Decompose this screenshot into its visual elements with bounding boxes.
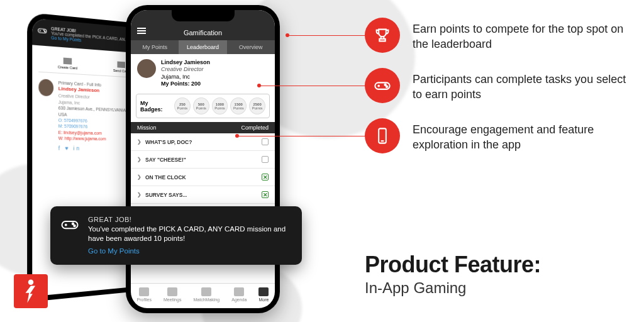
svg-point-10 [28,280,34,286]
svg-rect-0 [38,28,47,33]
badge: 250Points [174,97,191,114]
phone-mockup-front: Gamification My Points Leaderboard Overv… [126,5,280,313]
feature-bullets: Earn points to compete for the top spot … [365,18,635,169]
chevron-right-icon: ❯ [137,139,142,145]
phone-notch [172,10,235,21]
nav-meetings[interactable]: Meetings [164,287,181,302]
svg-point-3 [43,30,44,31]
brand-logo [14,274,48,308]
badge: 1000Points [212,97,228,114]
badge: 500Points [193,97,209,114]
nav-agenda[interactable]: Agenda [231,287,247,302]
headline-subtitle: In-App Gaming [365,279,541,297]
badge: 2500Points [249,97,265,114]
completed-col: Completed [241,125,269,131]
nav-profiles[interactable]: Profiles [137,287,152,302]
user-name: Lindsey Jamieson [161,59,210,66]
tab-create-card[interactable]: Create Card [58,57,77,70]
controller-icon [37,25,47,37]
bullet-text: Earn points to compete for the top spot … [413,18,635,52]
bullet-leaderboard: Earn points to compete for the top spot … [365,18,635,53]
completed-checkbox: ✕ [262,174,269,180]
header-title: Gamification [184,29,222,36]
user-summary: Lindsey Jamieson Creative Director Jujam… [131,54,275,90]
chevron-right-icon: ❯ [137,157,142,162]
controller-icon [365,68,400,103]
svg-point-8 [72,223,74,225]
bullet-engagement: Encourage engagement and feature explora… [365,118,635,153]
avatar [38,79,53,96]
badges-label: My Badges: [140,100,170,113]
completed-checkbox [262,138,269,145]
nav-matchmaking[interactable]: MatchMaking [193,287,219,302]
mission-row[interactable]: ❯SURVEY SAYS...✕ [131,186,275,204]
user-points: My Points: 200 [161,80,210,87]
completed-checkbox [262,156,269,163]
mission-row[interactable]: ❯SAY "CHEESE!" [131,151,275,169]
toast-body: You've completed the PICK A CARD, ANY CA… [88,225,292,244]
avatar [137,59,156,78]
badge: 1500Points [230,97,247,114]
user-company: Jujama, Inc [161,74,210,80]
svg-point-4 [45,31,45,32]
phone-stage: GREAT JOB! You've completed the PICK A C… [0,0,377,322]
phone-icon [365,118,400,153]
svg-point-15 [386,86,387,87]
badges-row: My Badges: 250Points 500Points 1000Point… [136,94,270,118]
headline: Product Feature: In-App Gaming [365,252,541,297]
bottom-nav: Profiles Meetings MatchMaking Agenda Mor… [131,283,275,308]
mission-title: SURVEY SAYS... [145,192,187,198]
tab-overview[interactable]: Overview [227,40,275,54]
svg-point-14 [385,84,386,86]
mission-row[interactable]: ❯ON THE CLOCK✕ [131,169,275,186]
bullet-text: Participants can complete tasks you sele… [413,68,635,103]
tab-leaderboard[interactable]: Leaderboard [179,40,226,54]
completed-checkbox: ✕ [262,191,269,198]
chevron-right-icon: ❯ [137,174,142,180]
controller-icon [60,215,79,256]
headline-title: Product Feature: [365,252,541,278]
tab-my-points[interactable]: My Points [131,40,179,54]
nav-more[interactable]: More [258,287,269,302]
achievement-toast: GREAT JOB! You've completed the PICK A C… [50,206,302,265]
hamburger-icon[interactable] [137,26,146,35]
svg-point-9 [74,225,75,227]
mission-header: Mission Completed [131,122,275,133]
bullet-text: Encourage engagement and feature explora… [413,118,635,153]
toast-title: GREAT JOB! [88,215,292,225]
mission-col: Mission [137,125,157,131]
mission-title: WHAT'S UP, DOC? [145,139,192,145]
gamification-tabs: My Points Leaderboard Overview [131,40,275,54]
trophy-icon [365,18,400,53]
bullet-tasks: Participants can complete tasks you sele… [365,68,635,103]
mission-title: SAY "CHEESE!" [145,157,186,163]
mission-title: ON THE CLOCK [145,174,186,180]
chevron-right-icon: ❯ [137,192,142,197]
user-title: Creative Director [161,66,210,73]
toast-link[interactable]: Go to My Points [88,247,140,257]
